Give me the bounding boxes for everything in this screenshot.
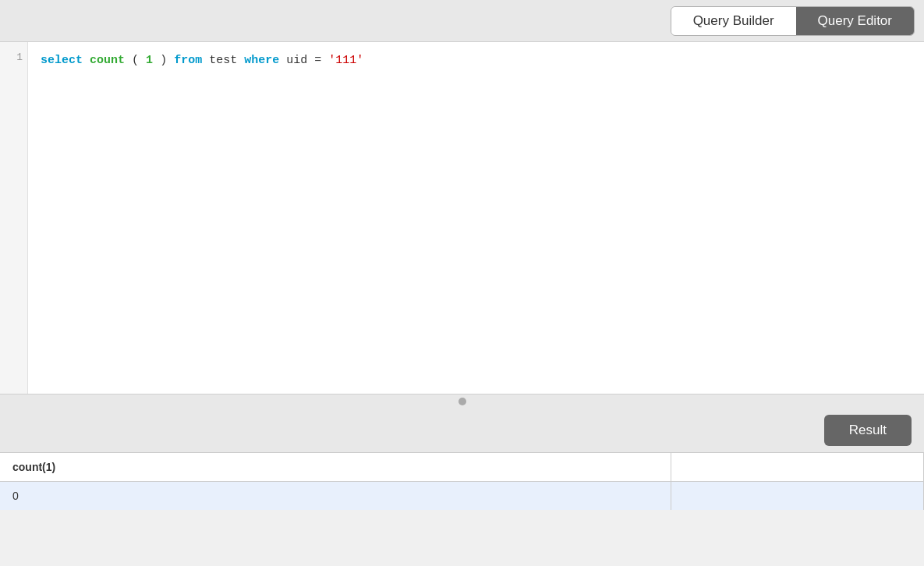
- action-bar: Result: [0, 409, 924, 452]
- editor-area[interactable]: 1 select count ( 1 ) from test where uid…: [0, 42, 924, 394]
- results-section: count(1) 0: [0, 452, 924, 510]
- results-table: count(1) 0: [0, 453, 924, 510]
- table-cell-empty: [671, 482, 924, 511]
- sql-select-keyword: select: [41, 54, 83, 67]
- query-builder-tab[interactable]: Query Builder: [671, 7, 796, 35]
- top-bar: Query Builder Query Editor: [0, 0, 924, 42]
- tab-group: Query Builder Query Editor: [671, 6, 915, 36]
- sql-paren-open: (: [132, 54, 139, 67]
- resize-dot-icon: [458, 398, 466, 405]
- resize-handle[interactable]: [0, 394, 924, 409]
- sql-table-name: test: [209, 54, 244, 67]
- sql-where-keyword: where: [244, 54, 279, 67]
- query-editor-tab[interactable]: Query Editor: [796, 7, 914, 35]
- table-header-row: count(1): [0, 453, 924, 482]
- code-editor[interactable]: select count ( 1 ) from test where uid =…: [28, 42, 924, 394]
- table-cell-count-value: 0: [0, 482, 671, 511]
- sql-count-function: count: [90, 54, 125, 67]
- table-row: 0: [0, 482, 924, 511]
- column-header-count: count(1): [0, 453, 671, 482]
- sql-condition: uid =: [286, 54, 328, 67]
- result-button[interactable]: Result: [824, 415, 912, 446]
- sql-from-keyword: from: [174, 54, 202, 67]
- sql-count-arg: 1: [146, 54, 153, 67]
- line-number: 1: [0, 51, 23, 63]
- sql-paren-close: ): [160, 54, 167, 67]
- column-header-empty: [671, 453, 924, 482]
- line-gutter: 1: [0, 42, 28, 394]
- sql-string-value: '111': [328, 54, 363, 67]
